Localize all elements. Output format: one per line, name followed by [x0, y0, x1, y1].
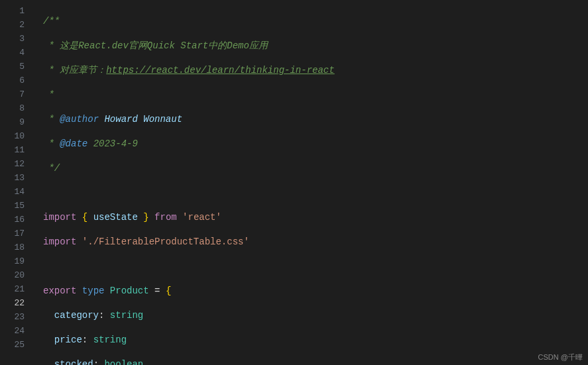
code-line[interactable]: *: [43, 88, 588, 102]
line-number[interactable]: 13: [0, 171, 25, 185]
keyword: import: [43, 212, 76, 223]
code-line[interactable]: price: string: [43, 333, 588, 347]
type: string: [110, 310, 143, 321]
line-number[interactable]: 8: [0, 101, 25, 115]
keyword: type: [82, 286, 105, 296]
date-text: 2023-4-9: [88, 138, 138, 149]
string: 'react': [182, 212, 221, 223]
line-number[interactable]: 19: [0, 254, 25, 268]
code-line[interactable]: category: string: [43, 309, 588, 323]
line-number[interactable]: 1: [0, 4, 25, 18]
keyword: import: [43, 236, 76, 247]
code-line[interactable]: import './FilterableProductTable.css': [43, 235, 588, 249]
jsdoc-tag: @author: [60, 114, 99, 125]
line-number[interactable]: 6: [0, 74, 25, 87]
author-name: Howard Wonnaut: [99, 114, 182, 125]
code-line[interactable]: * 这是React.dev官网Quick Start中的Demo应用: [43, 39, 588, 53]
comment-text: *: [43, 40, 60, 51]
doc-link[interactable]: https://react.dev/learn/thinking-in-reac…: [106, 65, 334, 76]
line-number[interactable]: 25: [0, 338, 25, 352]
watermark-text: CSDN @千曄: [538, 352, 583, 362]
comment-text: *: [43, 138, 60, 149]
comment-text: /**: [43, 16, 60, 26]
line-number[interactable]: 2: [0, 18, 25, 32]
line-number[interactable]: 16: [0, 213, 25, 227]
line-number[interactable]: 3: [0, 32, 25, 46]
comment-text: *: [43, 89, 54, 100]
comment-text: *: [43, 65, 60, 76]
comment-text: 这是React.dev官网Quick Start中的Demo应用: [60, 40, 268, 51]
code-editor: 1 2 3 4 5 6 7 8 9 10 11 12 13 14 15 16 1…: [0, 0, 588, 365]
code-line[interactable]: [43, 260, 588, 274]
code-line[interactable]: * 对应章节：https://react.dev/learn/thinking-…: [43, 64, 588, 78]
type: string: [93, 335, 127, 345]
code-line[interactable]: * @author Howard Wonnaut: [43, 113, 588, 127]
line-number[interactable]: 12: [0, 157, 25, 171]
line-number[interactable]: 24: [0, 324, 25, 338]
line-number[interactable]: 21: [0, 282, 25, 296]
line-number[interactable]: 9: [0, 115, 25, 129]
line-number[interactable]: 11: [0, 143, 25, 157]
jsdoc-tag: @date: [60, 138, 88, 149]
line-number[interactable]: 14: [0, 185, 25, 199]
code-line[interactable]: /**: [43, 15, 588, 28]
type-name: Product: [110, 286, 149, 296]
brace: }: [138, 212, 154, 223]
line-number[interactable]: 23: [0, 310, 25, 324]
comment-text: *: [43, 114, 60, 125]
code-line[interactable]: [43, 186, 588, 200]
line-number-active[interactable]: 22: [0, 296, 25, 310]
code-line[interactable]: * @date 2023-4-9: [43, 137, 588, 151]
comment-text: */: [43, 163, 60, 174]
line-number[interactable]: 15: [0, 199, 25, 213]
property: stocked: [54, 359, 93, 365]
keyword: export: [43, 286, 76, 296]
comment-text: 对应章节：: [60, 65, 106, 76]
string: './FilterableProductTable.css': [82, 236, 249, 247]
line-number[interactable]: 5: [0, 60, 25, 74]
property: price: [54, 335, 82, 345]
code-line[interactable]: import { useState } from 'react': [43, 211, 588, 225]
property: category: [54, 310, 99, 321]
line-number-gutter[interactable]: 1 2 3 4 5 6 7 8 9 10 11 12 13 14 15 16 1…: [0, 0, 36, 365]
type: boolean: [104, 359, 143, 365]
code-area[interactable]: /** * 这是React.dev官网Quick Start中的Demo应用 *…: [36, 0, 588, 365]
line-number[interactable]: 7: [0, 87, 25, 101]
brace: {: [166, 286, 171, 296]
line-number[interactable]: 17: [0, 227, 25, 240]
line-number[interactable]: 10: [0, 129, 25, 143]
line-number[interactable]: 20: [0, 268, 25, 282]
line-number[interactable]: 18: [0, 240, 25, 254]
line-number[interactable]: 4: [0, 46, 25, 60]
keyword: from: [154, 212, 177, 223]
code-line[interactable]: export type Product = {: [43, 284, 588, 298]
code-line[interactable]: stocked: boolean: [43, 358, 588, 365]
identifier: useState: [93, 212, 138, 223]
brace: {: [76, 212, 93, 223]
code-line[interactable]: */: [43, 162, 588, 176]
